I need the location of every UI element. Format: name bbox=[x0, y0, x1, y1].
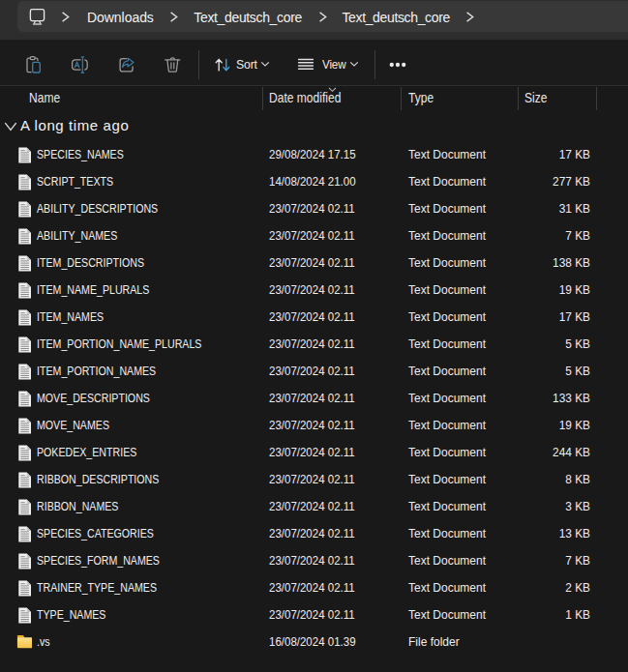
file-size: 5 KB bbox=[522, 337, 590, 351]
text-document-icon bbox=[16, 526, 32, 542]
file-row[interactable]: MOVE_DESCRIPTIONS 23/07/2024 02.11 Text … bbox=[0, 385, 628, 412]
column-divider[interactable] bbox=[401, 87, 402, 110]
breadcrumb-chevron-icon[interactable] bbox=[318, 12, 327, 22]
file-size: 17 KB bbox=[522, 310, 590, 324]
file-row[interactable]: POKEDEX_ENTRIES 23/07/2024 02.11 Text Do… bbox=[0, 439, 628, 466]
group-collapse-chevron-icon[interactable] bbox=[4, 122, 17, 132]
file-row[interactable]: SCRIPT_TEXTS 14/08/2024 21.00 Text Docum… bbox=[0, 168, 628, 195]
file-date-modified: 23/07/2024 02.11 bbox=[269, 337, 355, 351]
file-size: 19 KB bbox=[522, 283, 590, 297]
rename-button[interactable] bbox=[61, 47, 100, 82]
file-row[interactable]: ITEM_PORTION_NAME_PLURALS 23/07/2024 02.… bbox=[0, 331, 628, 358]
chevron-down-icon bbox=[260, 61, 270, 68]
column-header-type[interactable]: Type bbox=[408, 90, 434, 105]
group-header-label: A long time ago bbox=[20, 117, 129, 133]
paste-button[interactable] bbox=[15, 47, 53, 82]
file-name: TYPE_NAMES bbox=[37, 608, 105, 622]
breadcrumb-item-downloads[interactable]: Downloads bbox=[87, 10, 154, 25]
address-field[interactable]: Downloads Text_deutsch_core Text_deutsch… bbox=[17, 1, 628, 32]
file-name: POKEDEX_ENTRIES bbox=[37, 446, 136, 459]
file-name: MOVE_DESCRIPTIONS bbox=[37, 392, 150, 405]
text-document-icon bbox=[16, 607, 32, 624]
breadcrumb-chevron-icon[interactable] bbox=[465, 12, 474, 22]
file-date-modified: 23/07/2024 02.11 bbox=[269, 229, 355, 243]
text-document-icon bbox=[16, 282, 32, 299]
file-type: Text Document bbox=[408, 554, 486, 568]
column-header-date-modified[interactable]: Date modified bbox=[269, 90, 341, 105]
file-date-modified: 23/07/2024 02.11 bbox=[269, 283, 355, 297]
command-toolbar: Sort View bbox=[0, 40, 628, 86]
file-name: ABILITY_DESCRIPTIONS bbox=[37, 202, 158, 216]
share-button[interactable] bbox=[107, 47, 146, 82]
file-type: Text Document bbox=[408, 365, 486, 378]
file-name: ITEM_PORTION_NAMES bbox=[37, 365, 156, 378]
see-more-button[interactable] bbox=[378, 47, 417, 82]
sort-button[interactable]: Sort bbox=[213, 47, 270, 82]
column-divider[interactable] bbox=[518, 87, 519, 110]
file-size: 2 KB bbox=[522, 581, 590, 595]
file-type: Text Document bbox=[408, 392, 486, 405]
group-header[interactable]: A long time ago bbox=[0, 111, 628, 141]
file-row[interactable]: ITEM_DESCRIPTIONS 23/07/2024 02.11 Text … bbox=[0, 249, 628, 277]
file-size: 133 KB bbox=[522, 392, 590, 405]
file-row[interactable]: TYPE_NAMES 23/07/2024 02.11 Text Documen… bbox=[0, 601, 628, 628]
file-date-modified: 23/07/2024 02.11 bbox=[269, 527, 355, 541]
column-header-size[interactable]: Size bbox=[524, 90, 547, 105]
file-name: ITEM_NAME_PLURALS bbox=[37, 283, 149, 297]
file-date-modified: 23/07/2024 02.11 bbox=[269, 473, 355, 486]
file-row[interactable]: SPECIES_NAMES 29/08/2024 17.15 Text Docu… bbox=[0, 141, 628, 168]
file-type: Text Document bbox=[408, 175, 486, 189]
file-size: 17 KB bbox=[522, 148, 590, 161]
file-date-modified: 23/07/2024 02.11 bbox=[269, 500, 355, 513]
breadcrumb-chevron-icon[interactable] bbox=[61, 12, 70, 22]
column-divider[interactable] bbox=[262, 87, 263, 110]
file-type: Text Document bbox=[408, 500, 486, 513]
breadcrumb-chevron-icon[interactable] bbox=[169, 12, 178, 22]
view-button[interactable]: View bbox=[296, 47, 359, 82]
breadcrumb-item-current-folder[interactable]: Text_deutsch_core bbox=[342, 10, 450, 25]
file-type: Text Document bbox=[408, 419, 486, 432]
column-divider[interactable] bbox=[596, 87, 597, 110]
column-header-name[interactable]: Name bbox=[29, 90, 60, 105]
rename-icon bbox=[71, 55, 90, 74]
file-date-modified: 23/07/2024 02.11 bbox=[269, 581, 355, 595]
file-row[interactable]: MOVE_NAMES 23/07/2024 02.11 Text Documen… bbox=[0, 412, 628, 439]
file-row[interactable]: ITEM_PORTION_NAMES 23/07/2024 02.11 Text… bbox=[0, 358, 628, 385]
file-name: MOVE_NAMES bbox=[37, 419, 109, 432]
file-date-modified: 23/07/2024 02.11 bbox=[269, 202, 355, 216]
file-type: Text Document bbox=[408, 446, 486, 459]
this-pc-monitor-icon[interactable] bbox=[29, 8, 45, 26]
file-name: SCRIPT_TEXTS bbox=[37, 175, 113, 189]
file-row[interactable]: ABILITY_DESCRIPTIONS 23/07/2024 02.11 Te… bbox=[0, 195, 628, 222]
file-name: ABILITY_NAMES bbox=[37, 229, 117, 243]
file-row[interactable]: RIBBON_NAMES 23/07/2024 02.11 Text Docum… bbox=[0, 493, 628, 520]
file-row[interactable]: ITEM_NAMES 23/07/2024 02.11 Text Documen… bbox=[0, 304, 628, 331]
breadcrumb-item-parent-folder[interactable]: Text_deutsch_core bbox=[194, 10, 302, 25]
file-name: .vs bbox=[37, 635, 50, 649]
file-date-modified: 16/08/2024 01.39 bbox=[269, 635, 356, 649]
file-row[interactable]: ITEM_NAME_PLURALS 23/07/2024 02.11 Text … bbox=[0, 277, 628, 304]
file-row[interactable]: SPECIES_FORM_NAMES 23/07/2024 02.11 Text… bbox=[0, 547, 628, 574]
file-type: Text Document bbox=[408, 473, 486, 486]
toolbar-separator bbox=[374, 50, 375, 79]
text-document-icon bbox=[16, 147, 32, 163]
file-row[interactable]: TRAINER_TYPE_NAMES 23/07/2024 02.11 Text… bbox=[0, 574, 628, 601]
delete-button[interactable] bbox=[154, 47, 193, 82]
file-date-modified: 14/08/2024 21.00 bbox=[269, 175, 356, 189]
file-row[interactable]: ABILITY_NAMES 23/07/2024 02.11 Text Docu… bbox=[0, 222, 628, 249]
file-name: ITEM_PORTION_NAME_PLURALS bbox=[37, 337, 201, 351]
file-date-modified: 23/07/2024 02.11 bbox=[269, 310, 355, 324]
share-icon bbox=[117, 55, 136, 74]
file-type: Text Document bbox=[408, 337, 486, 351]
file-row[interactable]: .vs 16/08/2024 01.39 File folder bbox=[0, 628, 628, 656]
file-name: SPECIES_FORM_NAMES bbox=[37, 554, 160, 568]
file-row[interactable]: SPECIES_CATEGORIES 23/07/2024 02.11 Text… bbox=[0, 520, 628, 547]
text-document-icon bbox=[16, 201, 32, 218]
file-date-modified: 23/07/2024 02.11 bbox=[269, 446, 355, 459]
sort-icon bbox=[213, 55, 232, 74]
text-document-icon bbox=[16, 499, 32, 515]
file-row[interactable]: RIBBON_DESCRIPTIONS 23/07/2024 02.11 Tex… bbox=[0, 466, 628, 493]
file-type: Text Document bbox=[408, 608, 486, 622]
file-name: RIBBON_NAMES bbox=[37, 500, 118, 513]
file-size: 13 KB bbox=[522, 527, 590, 541]
